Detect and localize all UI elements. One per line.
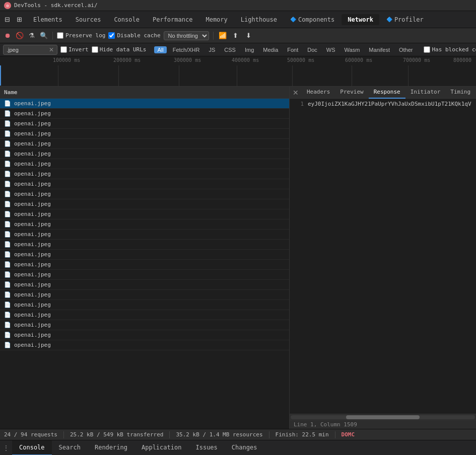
tab-performance[interactable]: Performance: [147, 14, 198, 25]
table-row[interactable]: 📄 openai.jpeg: [0, 149, 289, 159]
bottom-tab-console[interactable]: Console: [12, 440, 52, 456]
table-row[interactable]: 📄 openai.jpeg: [0, 280, 289, 290]
table-row[interactable]: 📄 openai.jpeg: [0, 189, 289, 199]
table-row[interactable]: 📄 openai.jpeg: [0, 169, 289, 179]
tab-elements[interactable]: Elements: [27, 14, 69, 25]
timeline-label-2: 200000 ms: [113, 57, 141, 63]
disable-cache-label[interactable]: Disable cache: [108, 32, 160, 39]
filter-type-manifest[interactable]: Manifest: [366, 46, 393, 53]
bottom-menu-btn[interactable]: ⋮: [0, 440, 12, 456]
invert-checkbox[interactable]: [60, 46, 67, 53]
preserve-log-label[interactable]: Preserve log: [57, 32, 105, 39]
tab-network[interactable]: Network: [342, 14, 379, 25]
table-row[interactable]: 📄 openai.jpeg: [0, 290, 289, 300]
response-scrollbar-track[interactable]: [291, 415, 475, 419]
table-row[interactable]: 📄 openai.jpeg: [0, 260, 289, 270]
preserve-log-checkbox[interactable]: [57, 32, 63, 39]
hide-data-urls-label[interactable]: Hide data URLs: [92, 46, 147, 53]
table-row[interactable]: 📄 openai.jpeg: [0, 99, 289, 109]
tab-lighthouse[interactable]: Lighthouse: [235, 14, 283, 25]
file-name: openai.jpeg: [14, 322, 51, 328]
tab-components[interactable]: 🔷 Components: [284, 14, 341, 25]
export-icon[interactable]: ⬇: [244, 31, 254, 41]
timeline[interactable]: 100000 ms 200000 ms 300000 ms 400000 ms …: [0, 56, 476, 87]
response-tab-preview[interactable]: Preview: [335, 87, 368, 99]
file-icon: 📄: [4, 342, 11, 348]
filter-type-other[interactable]: Other: [396, 46, 416, 53]
filter-type-js[interactable]: JS: [206, 46, 219, 53]
record-btn[interactable]: ⏺: [3, 31, 12, 40]
table-row[interactable]: 📄 openai.jpeg: [0, 139, 289, 149]
filter-type-ws[interactable]: WS: [323, 46, 338, 53]
table-row[interactable]: 📄 openai.jpeg: [0, 300, 289, 310]
table-row[interactable]: 📄 openai.jpeg: [0, 209, 289, 219]
response-tab-response[interactable]: Response: [369, 87, 405, 99]
filter-type-doc[interactable]: Doc: [304, 46, 320, 53]
filter-btn[interactable]: ⚗: [27, 31, 36, 40]
main-area: Name 📄 openai.jpeg 📄 openai.jpeg 📄 opena…: [0, 87, 476, 429]
response-tab-timing[interactable]: Timing: [445, 87, 475, 99]
table-row[interactable]: 📄 openai.jpeg: [0, 109, 289, 119]
components-icon: 🔷: [290, 17, 296, 22]
tab-sources[interactable]: Sources: [70, 14, 107, 25]
tab-profiler[interactable]: 🔷 Profiler: [380, 14, 430, 25]
bottom-tab-rendering[interactable]: Rendering: [88, 440, 134, 456]
filter-input[interactable]: [7, 47, 47, 53]
table-row[interactable]: 📄 openai.jpeg: [0, 330, 289, 340]
response-scrollbar-thumb[interactable]: [346, 415, 420, 419]
bottom-tab-changes[interactable]: Changes: [225, 440, 264, 456]
timeline-gridline-5: [292, 65, 293, 86]
response-content[interactable]: 1 eyJ0IjoiZX1KaGJHY21PaUprYVhJaUxDSmxibU…: [290, 99, 476, 414]
filter-clear-btn[interactable]: ✕: [49, 46, 54, 53]
filter-type-font[interactable]: Font: [284, 46, 301, 53]
search-btn[interactable]: 🔍: [39, 31, 48, 40]
table-row[interactable]: 📄 openai.jpeg: [0, 199, 289, 209]
filter-type-fetch-xhr[interactable]: Fetch/XHR: [170, 46, 203, 53]
filter-type-css[interactable]: CSS: [221, 46, 239, 53]
table-row[interactable]: 📄 openai.jpeg: [0, 219, 289, 230]
response-close-btn[interactable]: ✕: [290, 87, 302, 99]
table-row[interactable]: 📄 openai.jpeg: [0, 340, 289, 350]
file-name: openai.jpeg: [14, 211, 51, 217]
import-icon[interactable]: ⬆: [231, 31, 241, 41]
bottom-tab-application[interactable]: Application: [134, 440, 188, 456]
undock-icon[interactable]: ⊞: [14, 15, 24, 25]
response-tab-headers[interactable]: Headers: [302, 87, 335, 99]
toolbar-separator-1: [52, 32, 53, 40]
wifi-icon[interactable]: 📶: [218, 31, 228, 41]
filter-type-img[interactable]: Img: [242, 46, 257, 53]
hide-data-urls-checkbox[interactable]: [92, 46, 98, 53]
disable-cache-checkbox[interactable]: [108, 32, 115, 39]
filter-bar: ✕ Invert Hide data URLs All Fetch/XHR JS…: [0, 43, 476, 56]
timeline-label-4: 400000 ms: [232, 57, 259, 63]
blocked-cookies-checkbox[interactable]: [424, 46, 430, 53]
blocked-cookies-label[interactable]: Has blocked cookies: [424, 46, 476, 53]
table-row[interactable]: 📄 openai.jpeg: [0, 179, 289, 189]
table-row[interactable]: 📄 openai.jpeg: [0, 320, 289, 330]
table-row[interactable]: 📄 openai.jpeg: [0, 159, 289, 169]
response-tab-initiator[interactable]: Initiator: [405, 87, 446, 99]
file-name: openai.jpeg: [14, 120, 51, 127]
table-row[interactable]: 📄 openai.jpeg: [0, 250, 289, 260]
tab-memory[interactable]: Memory: [199, 14, 233, 25]
filter-type-media[interactable]: Media: [260, 46, 281, 53]
file-list[interactable]: 📄 openai.jpeg 📄 openai.jpeg 📄 openai.jpe…: [0, 99, 289, 429]
clear-btn[interactable]: 🚫: [15, 31, 24, 40]
invert-label[interactable]: Invert: [60, 46, 89, 53]
tab-console[interactable]: Console: [108, 14, 146, 25]
bottom-tab-search[interactable]: Search: [52, 440, 88, 456]
line-col-info: Line 1, Column 1509: [290, 420, 476, 429]
table-row[interactable]: 📄 openai.jpeg: [0, 129, 289, 139]
response-scrollbar-x[interactable]: [290, 414, 476, 420]
filter-type-wasm[interactable]: Wasm: [342, 46, 363, 53]
file-icon: 📄: [4, 261, 11, 268]
table-row[interactable]: 📄 openai.jpeg: [0, 230, 289, 240]
bottom-tab-issues[interactable]: Issues: [188, 440, 224, 456]
throttle-select[interactable]: No throttling Fast 3G Slow 3G Offline: [164, 31, 209, 40]
dock-icon[interactable]: ⊟: [2, 15, 12, 25]
filter-type-all[interactable]: All: [154, 46, 166, 53]
table-row[interactable]: 📄 openai.jpeg: [0, 310, 289, 320]
table-row[interactable]: 📄 openai.jpeg: [0, 119, 289, 129]
table-row[interactable]: 📄 openai.jpeg: [0, 240, 289, 250]
table-row[interactable]: 📄 openai.jpeg: [0, 270, 289, 280]
